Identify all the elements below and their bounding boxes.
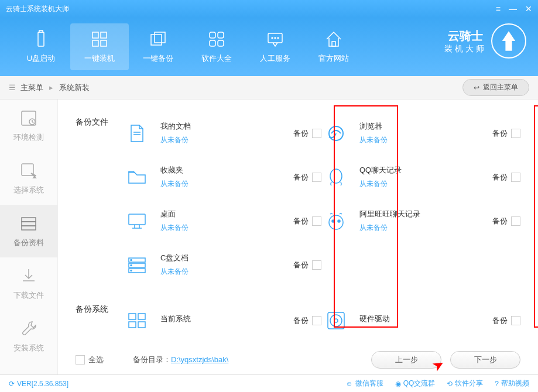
nav-label: 一键备份 <box>143 53 173 64</box>
sidebar-item-select[interactable]: 选择系统 <box>0 152 57 205</box>
highlight-right <box>534 105 538 328</box>
breadcrumb-current: 系统新装 <box>59 82 90 93</box>
link-label: 微信客服 <box>355 379 383 388</box>
qq-icon <box>321 163 351 192</box>
help-icon: ? <box>495 380 499 388</box>
menu-icon[interactable]: ≡ <box>496 4 501 13</box>
select-all[interactable]: 全选 <box>76 355 104 365</box>
app-title: 云骑士系统装机大师 <box>6 4 496 14</box>
backup-checkbox[interactable] <box>511 316 520 325</box>
nav-tabs: U盘启动 一键装机 一键备份 软件大全 人工服务 官方网站 <box>12 23 363 70</box>
backup-item-name: 当前系统 <box>160 314 293 324</box>
download-icon <box>19 267 38 286</box>
svg-rect-9 <box>218 32 224 38</box>
section-files-label: 备份文件 <box>76 111 122 287</box>
nav-label: 软件大全 <box>201 53 232 64</box>
brand-sub: 装机大师 <box>444 44 486 54</box>
select-all-checkbox[interactable] <box>76 355 85 365</box>
backup-checkbox[interactable] <box>312 173 321 182</box>
minimize-icon[interactable]: — <box>509 4 517 13</box>
svg-rect-8 <box>210 32 215 38</box>
statusbar: ⟳ VER[2.5.36.853] ☺微信客服 ◉QQ交流群 ⟲软件分享 ?帮助… <box>0 374 538 392</box>
bottom-bar: 全选 备份目录：D:\yqsxtzjds\bak\ 上一步 下一步 ➤ <box>76 351 520 369</box>
brand-name: 云骑士 <box>448 28 483 44</box>
nav-label: U盘启动 <box>27 53 55 64</box>
backup-item-name: 硬件驱动 <box>359 314 492 324</box>
svg-rect-7 <box>155 32 165 43</box>
nav-tab-usb[interactable]: U盘启动 <box>12 23 70 70</box>
backup-item-status: 从未备份 <box>359 223 492 233</box>
return-label: 返回主菜单 <box>483 82 518 92</box>
window-controls: ≡ — ✕ <box>496 4 532 13</box>
backup-action-label: 备份 <box>293 172 309 183</box>
help-link[interactable]: ?帮助视频 <box>495 379 529 388</box>
wrench-icon <box>19 319 38 338</box>
breadcrumb-main[interactable]: 主菜单 <box>20 82 43 93</box>
next-button[interactable]: 下一步 <box>450 351 520 369</box>
nav-tab-install[interactable]: 一键装机 <box>70 23 129 70</box>
backup-checkbox[interactable] <box>312 260 321 270</box>
backup-action-label: 备份 <box>293 216 309 226</box>
backup-action-label: 备份 <box>293 260 309 270</box>
backup-checkbox[interactable] <box>312 216 321 226</box>
svg-point-32 <box>332 220 334 222</box>
link-label: QQ交流群 <box>403 379 436 388</box>
section-system-label: 备份系统 <box>76 298 122 342</box>
brand: 云骑士 装机大师 <box>444 23 526 59</box>
nav-tab-website[interactable]: 官方网站 <box>304 23 363 70</box>
sidebar-label: 选择系统 <box>13 185 44 195</box>
nav-label: 人工服务 <box>260 53 290 64</box>
version[interactable]: ⟳ VER[2.5.36.853] <box>9 380 68 388</box>
svg-rect-41 <box>138 314 145 319</box>
sidebar-item-install[interactable]: 安装系统 <box>0 310 57 363</box>
svg-rect-4 <box>92 40 98 46</box>
svg-point-45 <box>330 315 342 326</box>
svg-point-38 <box>131 264 132 266</box>
share-link[interactable]: ⟲软件分享 <box>447 379 483 388</box>
sidebar-item-backup[interactable]: 备份资料 <box>0 205 57 257</box>
backup-action-label: 备份 <box>492 315 508 326</box>
nav-tab-software[interactable]: 软件大全 <box>187 23 246 70</box>
svg-point-31 <box>329 215 343 229</box>
close-icon[interactable]: ✕ <box>525 4 532 13</box>
version-text: VER[2.5.36.853] <box>17 380 68 388</box>
brand-logo-icon <box>491 23 526 59</box>
qq-group-icon: ◉ <box>395 380 401 388</box>
backup-checkbox[interactable] <box>511 129 520 138</box>
document-icon <box>122 119 152 148</box>
nav-tab-backup[interactable]: 一键备份 <box>129 23 187 70</box>
windows-icon <box>90 30 109 49</box>
wechat-icon: ☺ <box>345 380 352 388</box>
backup-dir-label: 备份目录： <box>133 355 171 364</box>
return-button[interactable]: ↩ 返回主菜单 <box>462 79 529 96</box>
chat-icon <box>266 30 285 49</box>
svg-point-15 <box>277 37 279 39</box>
backup-checkbox[interactable] <box>312 129 321 138</box>
svg-point-13 <box>272 37 273 39</box>
backup-checkbox[interactable] <box>511 173 520 182</box>
backup-dir-path[interactable]: D:\yqsxtzjds\bak\ <box>171 355 228 364</box>
qq-link[interactable]: ◉QQ交流群 <box>395 379 436 388</box>
list-icon: ☰ <box>9 83 16 92</box>
svg-rect-10 <box>210 40 215 46</box>
svg-rect-42 <box>129 322 136 328</box>
backup-item-name: C盘文档 <box>160 253 293 263</box>
home-icon <box>324 30 343 49</box>
select-icon <box>19 161 38 180</box>
ie-icon <box>321 119 351 148</box>
backup-checkbox[interactable] <box>312 316 321 325</box>
sidebar-item-env[interactable]: 环境检测 <box>0 99 57 152</box>
nav-tab-service[interactable]: 人工服务 <box>246 23 304 70</box>
sidebar-item-download[interactable]: 下载文件 <box>0 257 57 310</box>
backup-checkbox[interactable] <box>511 216 520 226</box>
backup-item-name: 我的文档 <box>160 121 293 132</box>
sidebar-label: 安装系统 <box>13 343 44 353</box>
wechat-link[interactable]: ☺微信客服 <box>345 379 383 388</box>
svg-rect-40 <box>129 314 136 319</box>
backup-item-name: 收藏夹 <box>160 165 293 176</box>
backup-item-name: 桌面 <box>160 209 293 219</box>
link-label: 帮助视频 <box>501 379 529 388</box>
sidebar: 环境检测 选择系统 备份资料 下载文件 安装系统 <box>0 99 58 374</box>
nav-label: 一键装机 <box>84 53 115 64</box>
backup-item-status: 从未备份 <box>160 223 293 233</box>
